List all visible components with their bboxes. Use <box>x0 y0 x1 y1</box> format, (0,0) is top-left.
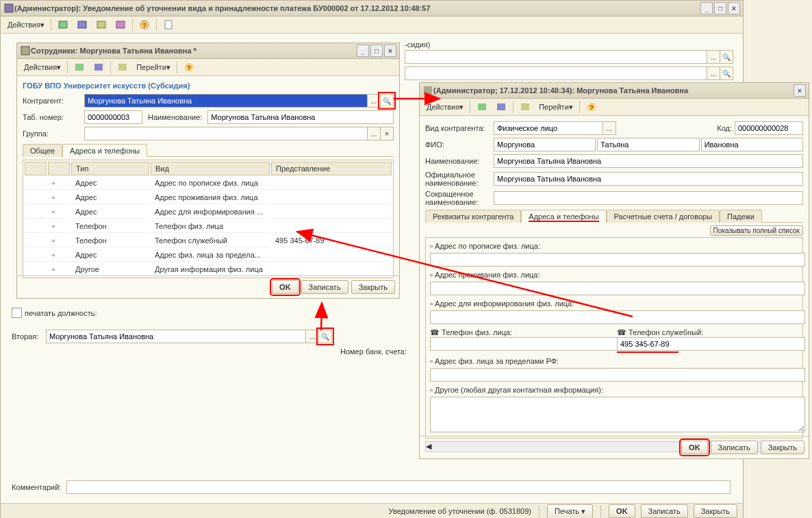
addr-abroad-input[interactable] <box>430 368 805 382</box>
table-row[interactable]: ▫ДругоеДругая информация физ. лица <box>25 263 392 276</box>
addr-live-input[interactable] <box>430 282 805 295</box>
agent-help[interactable]: ? <box>583 99 600 114</box>
agent-icon <box>422 85 433 96</box>
tb-icon-3[interactable] <box>92 17 110 32</box>
emp-close[interactable]: × <box>384 45 396 57</box>
agent-off-input[interactable] <box>494 172 803 186</box>
col-repr: Представление <box>271 162 392 175</box>
emp-tb-1[interactable] <box>71 60 88 75</box>
agent-tab-req[interactable]: Реквизиты контрагента <box>425 210 521 223</box>
maximize-button[interactable]: □ <box>714 2 726 14</box>
comment-label: Комментарий: <box>12 483 66 491</box>
svg-rect-4 <box>116 21 125 28</box>
vtoraya-sel[interactable]: ... <box>305 330 319 343</box>
bg-field-1-sel[interactable]: ... <box>707 50 720 64</box>
main-save-button[interactable]: Записать <box>641 504 688 518</box>
svg-rect-2 <box>78 21 86 28</box>
svg-rect-8 <box>21 47 29 55</box>
emp-close-btn[interactable]: Закрыть <box>351 280 395 294</box>
agent-close[interactable]: × <box>794 84 806 97</box>
svg-rect-7 <box>165 21 172 29</box>
emp-group-clear[interactable]: × <box>380 127 394 140</box>
actions-menu[interactable]: Действия ▾ <box>4 17 48 32</box>
agent-tab-cases[interactable]: Падежи <box>720 210 762 223</box>
tb-icon-5[interactable] <box>160 17 177 32</box>
emp-icon <box>20 45 31 56</box>
tb-icon-2[interactable] <box>73 17 91 32</box>
emp-minimize[interactable]: _ <box>357 45 369 57</box>
main-close-button[interactable]: Закрыть <box>694 504 737 518</box>
phone-input[interactable] <box>430 337 618 351</box>
table-row[interactable]: ▫ТелефонТелефон физ. лица <box>25 220 392 233</box>
addr-info-input[interactable] <box>430 310 805 324</box>
emp-counterparty-search[interactable]: 🔍 <box>380 94 394 108</box>
minimize-button[interactable]: _ <box>700 2 713 14</box>
agent-actions[interactable]: Действия ▾ <box>423 99 467 114</box>
bank-account-label: Номер банк. счета: <box>340 347 407 356</box>
bg-field-1[interactable] <box>405 50 707 64</box>
status-text: Уведомление об уточнении (ф. 0531809) <box>389 507 531 515</box>
full-list-button[interactable]: Показывать полный список <box>710 225 803 236</box>
agent-patronymic[interactable] <box>701 138 803 151</box>
vtoraya-search-button[interactable]: 🔍 <box>318 330 332 343</box>
emp-go-menu[interactable]: Перейти ▾ <box>133 60 174 75</box>
table-row[interactable]: ▫ТелефонТелефон служебный495 345-67-89 <box>25 234 392 247</box>
agent-tab-accounts[interactable]: Расчетные счета / договоры <box>607 210 720 223</box>
emp-tb-3[interactable] <box>114 60 131 75</box>
agent-kind-input[interactable] <box>494 121 603 135</box>
bg-field-2[interactable] <box>405 66 707 80</box>
agent-tab-addr[interactable]: Адреса и телефоны <box>521 210 606 223</box>
agent-save-button[interactable]: Записать <box>711 441 758 454</box>
table-row[interactable]: ▫АдресАдрес по прописке физ. лица <box>25 177 392 190</box>
agent-tb-3[interactable] <box>516 99 534 114</box>
table-row[interactable]: ▫АдресАдрес проживания физ. лица <box>25 191 392 204</box>
emp-tb-2[interactable] <box>90 60 107 75</box>
emp-help[interactable]: ? <box>180 60 198 75</box>
emp-actions-menu[interactable]: Действия ▾ <box>21 60 64 75</box>
vtoraya-input[interactable] <box>46 330 306 343</box>
addr-reg-input[interactable] <box>430 253 805 267</box>
emp-tabnum-label: Таб. номер: <box>23 113 84 121</box>
emp-tab-addresses[interactable]: Адреса и телефоны <box>62 144 147 157</box>
agent-close-btn[interactable]: Закрыть <box>761 441 804 454</box>
close-button[interactable]: × <box>728 2 740 14</box>
help-button[interactable]: ? <box>136 17 153 32</box>
emp-tab-common[interactable]: Общее <box>23 144 62 157</box>
table-row[interactable]: ▫АдресАдрес физ. лица за предела... <box>25 249 392 262</box>
agent-go[interactable]: Перейти ▾ <box>535 99 576 114</box>
bg-field-2-sel[interactable]: ... <box>707 66 720 80</box>
svg-rect-14 <box>424 86 432 95</box>
emp-counterparty-sel[interactable]: ... <box>367 94 381 108</box>
agent-title: (Администратор; 17.12.2012 10:48:34): Мо… <box>433 86 688 95</box>
emp-ok-button[interactable]: OK <box>272 280 299 294</box>
agent-kind-sel[interactable]: ... <box>602 121 616 135</box>
bg-field-1-search[interactable]: 🔍 <box>720 50 733 64</box>
agent-name-input[interactable] <box>494 154 803 168</box>
print-button[interactable]: Печать ▾ <box>547 504 593 519</box>
agent-kind-label: Вид контрагента: <box>425 124 494 132</box>
table-row[interactable]: ▫АдресАдрес для информирования ... <box>25 206 392 219</box>
tb-icon-4[interactable] <box>112 17 129 32</box>
agent-code-input[interactable] <box>735 121 803 135</box>
comment-input[interactable] <box>66 480 731 494</box>
agent-ok-button[interactable]: OK <box>681 441 708 454</box>
emp-counterparty-input[interactable] <box>84 94 368 108</box>
emp-tabnum-input[interactable] <box>84 110 142 124</box>
emp-group-sel[interactable]: ... <box>367 127 381 140</box>
emp-group-input[interactable] <box>84 127 368 140</box>
phone-work-input[interactable] <box>617 337 805 351</box>
main-ok-button[interactable]: OK <box>609 504 635 518</box>
bg-field-2-search[interactable]: 🔍 <box>720 66 733 80</box>
print-post-checkbox[interactable] <box>12 308 22 318</box>
tb-icon-1[interactable] <box>54 17 72 32</box>
emp-maximize[interactable]: □ <box>370 45 383 57</box>
main-title: (Администратор): Уведомление об уточнени… <box>14 4 431 12</box>
agent-surname[interactable] <box>494 138 596 151</box>
agent-tb-1[interactable] <box>473 99 491 114</box>
emp-save-button[interactable]: Записать <box>301 280 348 294</box>
agent-tb-2[interactable] <box>492 99 510 114</box>
agent-name[interactable] <box>597 138 699 151</box>
agent-short-input[interactable] <box>494 191 803 205</box>
emp-naim-input[interactable] <box>207 110 394 124</box>
other-input[interactable] <box>430 397 805 432</box>
